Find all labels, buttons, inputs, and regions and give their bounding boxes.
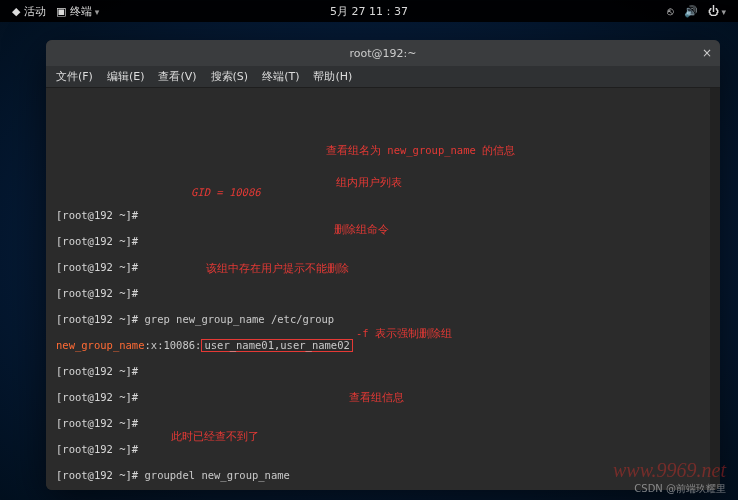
menu-view[interactable]: 查看(V) [158, 69, 196, 84]
close-icon[interactable]: × [702, 46, 712, 60]
cmd-groupdel: groupdel new_group_name [138, 469, 290, 481]
annotation-view: 查看组信息 [349, 391, 404, 404]
menu-file[interactable]: 文件(F) [56, 69, 93, 84]
menu-search[interactable]: 搜索(S) [211, 69, 249, 84]
annotation-force: -f 表示强制删除组 [356, 327, 452, 340]
annotation-notfound: 此时已经查不到了 [171, 430, 259, 443]
annotation-info: 查看组名为 new_group_name 的信息 [326, 144, 515, 157]
prompt-line: [root@192 ~]# [56, 235, 138, 247]
terminal-window: root@192:~ × 文件(F) 编辑(E) 查看(V) 搜索(S) 终端(… [46, 40, 720, 490]
prompt-line: [root@192 ~]# [56, 261, 138, 273]
annotation-gid: GID = 10086 [191, 186, 261, 199]
volume-icon[interactable]: 🔊 [684, 5, 698, 18]
watermark-url: www.9969.net [613, 459, 726, 482]
grep-users-box: user_name01,user_name02 [201, 339, 352, 352]
terminal-output[interactable]: 查看组名为 new_group_name 的信息 GID = 10086 组内用… [46, 88, 720, 490]
watermark-csdn: CSDN @前端玖耀里 [634, 482, 726, 496]
annotation-userlist: 组内用户列表 [336, 176, 402, 189]
prompt-line: [root@192 ~]# [56, 209, 138, 221]
clock[interactable]: 5月 27 11：37 [330, 4, 408, 19]
power-icon[interactable]: ⏻ [708, 5, 726, 18]
menubar: 文件(F) 编辑(E) 查看(V) 搜索(S) 终端(T) 帮助(H) [46, 66, 720, 88]
menu-edit[interactable]: 编辑(E) [107, 69, 145, 84]
prompt-line: [root@192 ~]# [56, 443, 138, 455]
menu-terminal[interactable]: 终端(T) [262, 69, 299, 84]
annotation-delcmd: 删除组命令 [334, 223, 389, 236]
prompt-line: [root@192 ~]# [56, 417, 138, 429]
activities[interactable]: ◆ 活动 [12, 4, 46, 19]
window-title: root@192:~ [350, 47, 417, 60]
prompt-line: [root@192 ~]# [56, 287, 138, 299]
prompt-line: [root@192 ~]# [56, 365, 138, 377]
app-menu[interactable]: ▣ 终端 [56, 4, 99, 19]
prompt-line: [root@192 ~]# [56, 391, 138, 403]
network-icon[interactable]: ⎋ [667, 5, 674, 18]
gnome-topbar: ◆ 活动 ▣ 终端 5月 27 11：37 ⎋ 🔊 ⏻ [0, 0, 738, 22]
menu-help[interactable]: 帮助(H) [313, 69, 352, 84]
cmd-groupdel-prompt: [root@192 ~]# [56, 469, 138, 481]
grep-gid: :x:10086: [145, 339, 202, 351]
grep-match: new_group_name [56, 339, 145, 351]
cmd-grep1: grep new_group_name /etc/group [138, 313, 334, 325]
cmd-grep1-prompt: [root@192 ~]# [56, 313, 138, 325]
window-titlebar[interactable]: root@192:~ × [46, 40, 720, 66]
annotation-hasuser: 该组中存在用户提示不能删除 [206, 262, 349, 275]
